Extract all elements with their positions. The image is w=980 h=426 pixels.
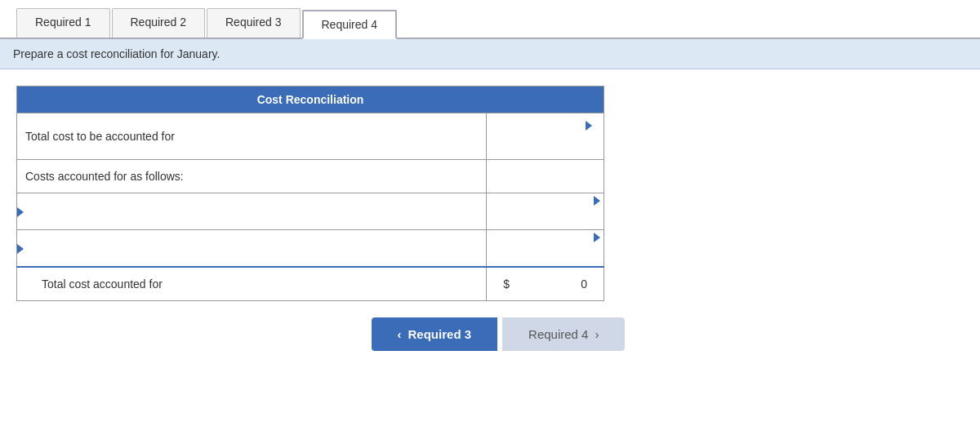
prev-chevron-icon: ‹ — [398, 327, 402, 341]
prev-button-label: Required 3 — [408, 327, 472, 341]
tab-required-4[interactable]: Required 4 — [302, 10, 398, 39]
nav-buttons: ‹ Required 3 Required 4 › — [16, 317, 964, 351]
table-row: Total cost to be accounted for — [17, 113, 604, 160]
input-value-1[interactable] — [487, 206, 604, 229]
table-header-row: Cost Reconciliation — [17, 87, 604, 113]
next-chevron-icon: › — [595, 327, 599, 341]
triangle-icon-4 — [17, 244, 24, 254]
next-button[interactable]: Required 4 › — [502, 317, 625, 351]
total-value: 0 — [581, 277, 587, 291]
total-value-display: $ 0 — [495, 273, 595, 295]
tab-required-4-label: Required 4 — [322, 18, 378, 31]
tab-required-1[interactable]: Required 1 — [16, 8, 110, 38]
input-value-2[interactable] — [487, 243, 604, 266]
triangle-icon-5 — [594, 233, 600, 242]
label-costs-accounted: Costs accounted for as follows: — [17, 160, 487, 193]
tab-required-3[interactable]: Required 3 — [207, 8, 301, 38]
dollar-sign: $ — [503, 277, 510, 291]
value-cell-3 — [487, 193, 604, 230]
tab-required-3-label: Required 3 — [225, 16, 282, 29]
input-costs-accounted[interactable] — [495, 165, 595, 188]
tab-required-1-label: Required 1 — [35, 16, 91, 29]
instruction-bar: Prepare a cost reconciliation for Januar… — [0, 39, 980, 69]
instruction-text: Prepare a cost reconciliation for Januar… — [13, 47, 220, 60]
total-label: Total cost accounted for — [17, 267, 487, 301]
table-row — [17, 230, 604, 268]
input-label-2[interactable] — [30, 237, 483, 260]
triangle-icon-3 — [594, 196, 600, 206]
table-title: Cost Reconciliation — [17, 87, 604, 113]
value-cell-1 — [487, 113, 604, 160]
main-content: Cost Reconciliation Total cost to be acc… — [0, 69, 980, 367]
tabs-container: Required 1 Required 2 Required 3 Require… — [0, 8, 980, 39]
next-button-label: Required 4 — [528, 327, 588, 341]
table-row — [17, 193, 604, 230]
input-label-cell-2 — [17, 230, 487, 268]
tab-required-2-label: Required 2 — [131, 16, 187, 29]
table-row: Costs accounted for as follows: — [17, 160, 604, 193]
tab-required-2[interactable]: Required 2 — [112, 8, 206, 38]
table-total-row: Total cost accounted for $ 0 — [17, 267, 604, 301]
triangle-icon-2 — [17, 207, 24, 217]
label-total-cost: Total cost to be accounted for — [17, 113, 487, 160]
value-cell-4 — [487, 230, 604, 268]
prev-button[interactable]: ‹ Required 3 — [372, 317, 498, 351]
input-total-cost[interactable] — [495, 131, 595, 154]
value-cell-2 — [487, 160, 604, 193]
input-label-cell-1 — [17, 193, 487, 230]
triangle-icon-1 — [586, 121, 592, 131]
page-wrapper: Required 1 Required 2 Required 3 Require… — [0, 0, 980, 426]
input-label-1[interactable] — [30, 200, 483, 223]
reconciliation-table: Cost Reconciliation Total cost to be acc… — [16, 86, 604, 301]
total-value-cell: $ 0 — [487, 267, 604, 301]
